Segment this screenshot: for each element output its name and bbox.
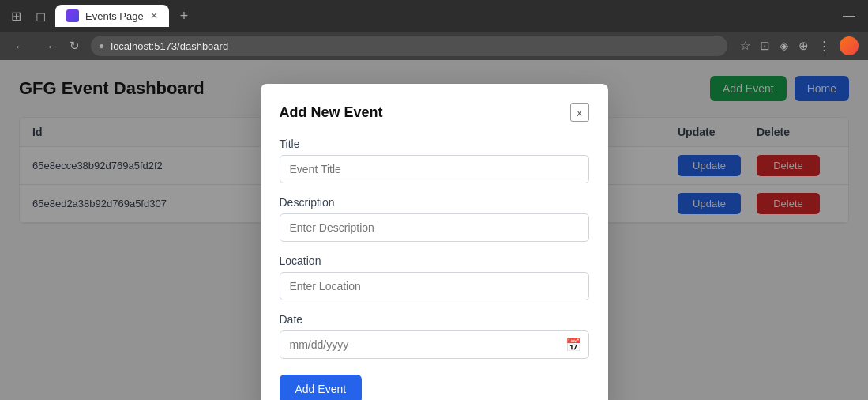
title-input[interactable] bbox=[280, 155, 589, 183]
modal-overlay: Add New Event x Title Description Locati… bbox=[0, 60, 868, 400]
modal-header: Add New Event x bbox=[280, 103, 589, 122]
page-content: GFG Event Dashboard Add Event Home Id Up… bbox=[0, 60, 868, 400]
extensions-icon[interactable]: ◈ bbox=[780, 39, 789, 53]
description-label: Description bbox=[280, 196, 589, 209]
address-bar[interactable]: ● localhost:5173/dashboard bbox=[91, 36, 727, 56]
forward-button[interactable]: → bbox=[37, 37, 58, 55]
refresh-button[interactable]: ↻ bbox=[65, 36, 85, 55]
back-button[interactable]: ← bbox=[9, 37, 31, 55]
minimize-button[interactable]: — bbox=[836, 6, 862, 26]
date-input[interactable] bbox=[280, 330, 589, 359]
browser-tab-icon: ◻ bbox=[31, 6, 51, 27]
title-field-group: Title bbox=[280, 138, 589, 183]
modal-title: Add New Event bbox=[280, 104, 383, 121]
tab-title: Events Page bbox=[85, 10, 144, 22]
add-event-modal: Add New Event x Title Description Locati… bbox=[261, 84, 608, 400]
modal-close-button[interactable]: x bbox=[570, 103, 589, 122]
profile-icon[interactable]: ⊕ bbox=[798, 39, 809, 53]
browser-nav-icon: ⊞ bbox=[6, 6, 26, 27]
bookmark-icon[interactable]: ☆ bbox=[740, 39, 750, 53]
tab-favicon bbox=[66, 9, 79, 22]
lock-icon: ● bbox=[99, 40, 104, 51]
tab-close-icon[interactable]: ✕ bbox=[150, 10, 158, 21]
browser-addressbar: ← → ↻ ● localhost:5173/dashboard ☆ ⊡ ◈ ⊕… bbox=[0, 32, 868, 60]
browser-titlebar: ⊞ ◻ Events Page ✕ + — bbox=[0, 0, 868, 32]
location-input[interactable] bbox=[280, 272, 589, 300]
browser-tab[interactable]: Events Page ✕ bbox=[55, 5, 169, 27]
date-field-group: Date 📅 bbox=[280, 313, 589, 359]
description-field-group: Description bbox=[280, 196, 589, 242]
location-field-group: Location bbox=[280, 255, 589, 300]
settings-icon[interactable]: ⋮ bbox=[818, 39, 830, 53]
user-avatar[interactable] bbox=[840, 36, 859, 55]
date-label: Date bbox=[280, 313, 589, 326]
new-tab-button[interactable]: + bbox=[174, 5, 195, 28]
browser-actions: ☆ ⊡ ◈ ⊕ ⋮ bbox=[740, 36, 859, 55]
submit-add-event-button[interactable]: Add Event bbox=[280, 375, 363, 400]
date-input-wrapper: 📅 bbox=[280, 330, 589, 359]
title-label: Title bbox=[280, 138, 589, 150]
description-input[interactable] bbox=[280, 213, 589, 242]
location-label: Location bbox=[280, 255, 589, 267]
cast-icon[interactable]: ⊡ bbox=[760, 39, 770, 53]
browser-window: ⊞ ◻ Events Page ✕ + — ← → ↻ ● localhost:… bbox=[0, 0, 868, 400]
url-text: localhost:5173/dashboard bbox=[111, 40, 228, 52]
